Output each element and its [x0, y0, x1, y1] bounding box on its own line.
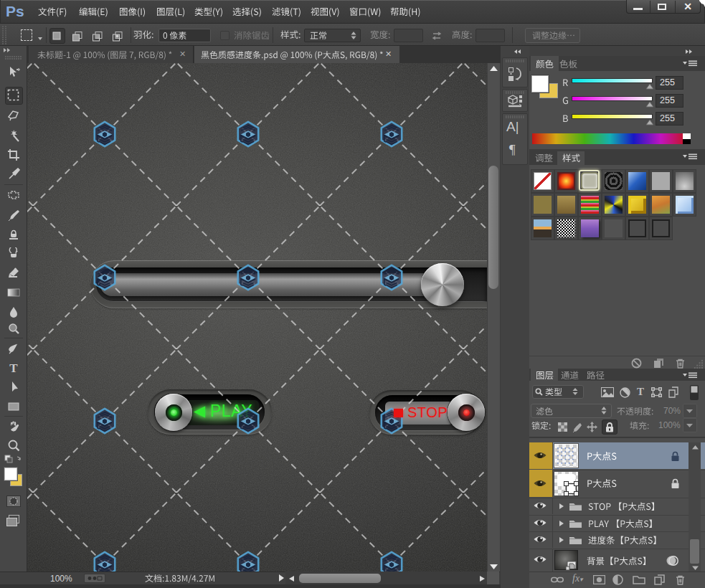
- svg-text:T: T: [9, 361, 18, 374]
